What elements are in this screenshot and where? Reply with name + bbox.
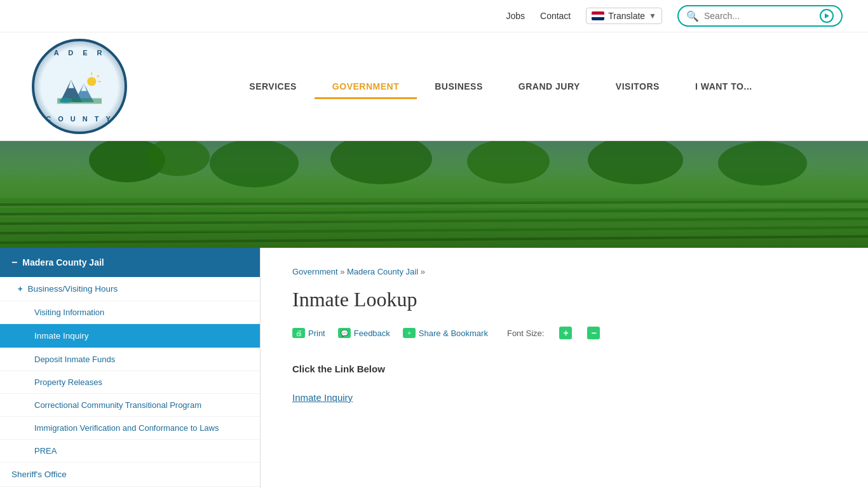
share-button[interactable]: ＋ Share & Bookmark [403,328,488,338]
breadcrumb-jail[interactable]: Madera County Jail [347,267,418,276]
svg-point-14 [210,141,299,187]
nav-business[interactable]: BUSINESS [417,75,501,98]
main-content: Government » Madera County Jail » Inmate… [261,248,868,488]
sidebar-item-label: Immigration Verification and Conformance… [34,423,219,433]
svg-point-16 [467,141,550,184]
svg-rect-24 [0,198,868,203]
top-bar: Jobs Contact Translate ▼ 🔍 [0,0,868,32]
sidebar-item-label: Visiting Information [34,308,104,317]
font-decrease-button[interactable]: − [587,327,600,339]
search-form: 🔍 [677,5,843,27]
sidebar-item-correctional[interactable]: Correctional Community Transitional Prog… [0,394,260,417]
expand-icon: + [18,284,23,294]
collapse-icon: − [11,257,17,268]
feedback-icon: 💬 [338,328,351,338]
sidebar-main-item-jail[interactable]: − Madera County Jail [0,248,260,277]
search-submit-button[interactable] [820,9,834,23]
sidebar-item-label: Business/Visiting Hours [28,284,118,294]
print-icon: 🖨 [292,328,305,338]
svg-rect-25 [0,208,868,213]
nav-services[interactable]: SERVICES [231,75,315,98]
content-body: Click the Link Below Inmate Inquiry [292,363,836,403]
feedback-button[interactable]: 💬 Feedback [338,328,390,338]
nav-i-want-to[interactable]: I WANT TO... [677,75,770,98]
logo: M A D E R A C O U N T Y [32,39,127,134]
breadcrumb-separator: » [340,267,347,276]
print-label: Print [308,329,325,338]
search-arrow-icon [820,9,834,23]
hero-vineyard-svg [0,141,868,248]
sidebar-item-immigration[interactable]: Immigration Verification and Conformance… [0,417,260,440]
font-size-label: Font Size: [507,329,545,338]
share-label: Share & Bookmark [419,329,488,338]
inmate-inquiry-link[interactable]: Inmate Inquiry [292,392,353,403]
breadcrumb-government[interactable]: Government [292,267,338,276]
translate-button[interactable]: Translate ▼ [586,8,662,24]
svg-rect-26 [0,217,868,222]
search-input[interactable] [704,11,815,21]
hero-banner [0,141,868,248]
toolbar: 🖨 Print 💬 Feedback ＋ Share & Bookmark Fo… [292,327,836,346]
nav-grand-jury[interactable]: GRAND JURY [501,75,598,98]
logo-area: M A D E R A C O U N T Y [25,39,133,134]
header: M A D E R A C O U N T Y SERVIC [0,32,868,141]
svg-rect-27 [0,227,868,232]
breadcrumb-separator2: » [421,267,425,276]
sidebar-item-visiting-info[interactable]: Visiting Information [0,301,260,324]
sidebar-item-inmate-inquiry[interactable]: Inmate Inquiry [0,324,260,348]
sidebar-item-sheriff[interactable]: Sheriff's Office [0,463,260,487]
sidebar-item-prea[interactable]: PREA [0,440,260,463]
feedback-label: Feedback [354,329,390,338]
translate-flag-icon [592,11,604,20]
sidebar-item-label: Correctional Community Transitional Prog… [34,400,201,410]
share-icon: ＋ [403,328,416,338]
instruction-text: Click the Link Below [292,363,836,374]
sidebar-item-deposit[interactable]: Deposit Inmate Funds [0,348,260,371]
font-increase-button[interactable]: + [559,327,572,339]
logo-mountain-icon [57,71,102,109]
sidebar-item-label: Property Releases [34,377,102,387]
sidebar-item-property[interactable]: Property Releases [0,371,260,394]
search-icon: 🔍 [686,10,699,22]
sidebar-item-label: Deposit Inmate Funds [34,355,115,364]
content-wrapper: − Madera County Jail + Business/Visiting… [0,248,868,488]
print-button[interactable]: 🖨 Print [292,328,325,338]
nav-government[interactable]: GOVERNMENT [315,75,417,98]
svg-line-3 [97,76,99,78]
sidebar-item-business-visiting[interactable]: + Business/Visiting Hours [0,277,260,301]
sidebar: − Madera County Jail + Business/Visiting… [0,248,261,488]
logo-text-bottom: C O U N T Y [46,115,113,123]
svg-point-18 [718,141,807,186]
main-nav: SERVICES GOVERNMENT BUSINESS GRAND JURY … [159,75,843,98]
logo-text-top: M A D E R A [39,49,120,57]
svg-point-1 [87,77,96,86]
translate-label: Translate [608,11,645,21]
sidebar-item-label: Sheriff's Office [11,470,67,479]
contact-link[interactable]: Contact [540,11,571,21]
jobs-link[interactable]: Jobs [506,11,525,21]
translate-chevron-icon: ▼ [649,11,656,20]
sidebar-main-item-label: Madera County Jail [22,257,104,268]
nav-visitors[interactable]: VISITORS [598,75,677,98]
sidebar-item-label: PREA [34,446,57,456]
svg-point-10 [59,98,72,104]
page-title: Inmate Lookup [292,288,836,311]
breadcrumb: Government » Madera County Jail » [292,267,836,276]
sidebar-item-label: Inmate Inquiry [34,331,89,341]
